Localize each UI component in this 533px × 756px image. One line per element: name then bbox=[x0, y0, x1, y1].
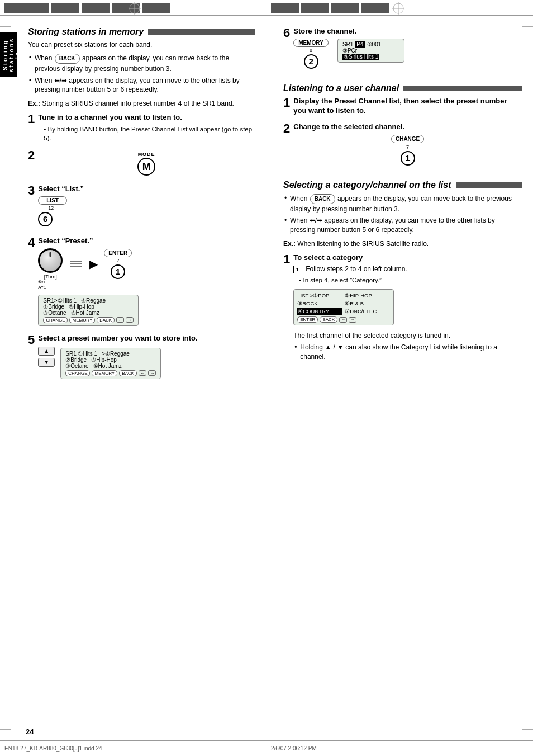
back-ctrl-btn[interactable]: BACK bbox=[97, 317, 115, 323]
change-button[interactable]: CHANGE bbox=[391, 135, 424, 143]
step4-content: Select “Preset.” [Turn] ⑥/1AY1 bbox=[38, 237, 255, 328]
step1-sub: By holding BAND button, the Preset Chann… bbox=[44, 125, 255, 143]
step1-num: 1 bbox=[28, 113, 35, 125]
step6-sirius-row: ⑤Sirius Hits 1 bbox=[342, 54, 399, 60]
arrow-lines bbox=[70, 261, 82, 267]
change-ctrl-btn[interactable]: CHANGE bbox=[43, 317, 68, 323]
list-button[interactable]: LIST bbox=[38, 196, 67, 205]
knob-sub-label: ⑥/1AY1 bbox=[38, 280, 46, 290]
step5-disp-col2-r2: ⑤Hip-Hop bbox=[91, 357, 117, 363]
right-arrow-ctrl[interactable]: → bbox=[126, 317, 134, 323]
footer-left-text: EN18-27_KD-AR880_G830[J]1.indd 24 bbox=[4, 745, 102, 752]
cat-enter-btn[interactable]: ENTER bbox=[297, 316, 318, 323]
bottom-left: EN18-27_KD-AR880_G830[J]1.indd 24 bbox=[0, 741, 266, 756]
step5-disp-col2-r3: ⑥Hot Jamz bbox=[93, 363, 122, 369]
top-block-r4 bbox=[361, 3, 389, 13]
holding-text-span: Holding ▲ / ▼ can also show the Category… bbox=[300, 343, 497, 361]
bottom-right-corner-mark bbox=[522, 729, 533, 740]
step5-display-row2: ②Bridge ⑤Hip-Hop bbox=[65, 357, 156, 363]
s5-right-arrow[interactable]: → bbox=[148, 370, 156, 376]
step6-pcr-row: ③PCr bbox=[342, 48, 399, 54]
example-label-left: Ex.: Storing a SIRIUS channel into prese… bbox=[28, 99, 255, 108]
listening-title: Listening to a user channel bbox=[283, 83, 522, 93]
step-1: 1 Tune in to a channel you want to liste… bbox=[28, 113, 255, 145]
mode-button-wrap: MODE M bbox=[38, 152, 255, 176]
step6-ui: MEMORY 8 2 SR1 P4 ⑤001 ③PCr bbox=[293, 39, 522, 70]
step6-title: Store the channel. bbox=[293, 27, 522, 36]
memory-button[interactable]: MEMORY bbox=[293, 39, 329, 47]
listening-section: Listening to a user channel 1 Display th… bbox=[283, 83, 522, 171]
step5-display-row1: SR1 ①Hits 1 >④Reggae bbox=[65, 351, 156, 357]
down-button[interactable]: ▼ bbox=[38, 358, 55, 367]
step4-display-controls: CHANGE MEMORY BACK ← → bbox=[43, 317, 134, 323]
step3-content: Select “List.” LIST 12 6 bbox=[38, 185, 255, 232]
top-border-left bbox=[0, 0, 266, 15]
cat-right-arrow[interactable]: → bbox=[349, 317, 356, 323]
change-num-label: 7 bbox=[406, 144, 409, 150]
crosshair-right bbox=[392, 2, 404, 15]
step6-sr1: SR1 bbox=[342, 41, 353, 48]
cat-col1-r3-highlight: ④COUNTRY bbox=[297, 308, 342, 315]
step4-disp-col1-r2: ②Bridge bbox=[43, 304, 64, 310]
listen-step1-content: Display the Preset Channel list, then se… bbox=[293, 97, 522, 118]
select-step1-title: To select a category bbox=[293, 253, 522, 263]
page: Storing stations in memory Storing stati… bbox=[0, 0, 533, 756]
listen-step-2: 2 Change to the selected channel. CHANGE… bbox=[283, 122, 522, 171]
main-content: Storing stations in memory Storing stati… bbox=[0, 16, 533, 418]
step4-display-row3: ③Octane ⑥Hot Jamz bbox=[43, 310, 134, 316]
cat-back-btn[interactable]: BACK bbox=[320, 316, 337, 323]
list-button-wrap: LIST 12 6 bbox=[38, 196, 255, 228]
change-btn-wrap: CHANGE 7 1 bbox=[293, 134, 522, 167]
mode-label: MODE bbox=[138, 152, 155, 157]
cat-disp-row3: ④COUNTRY ⑦DNC/ELEC bbox=[297, 308, 390, 315]
step5-disp-col2-r1: >④Reggae bbox=[102, 351, 130, 357]
step3-title: Select “List.” bbox=[38, 185, 255, 194]
step4-circle[interactable]: 1 bbox=[111, 264, 125, 279]
listen-step1-num: 1 bbox=[283, 97, 290, 109]
s5-left-arrow[interactable]: ← bbox=[139, 370, 146, 376]
top-block-3 bbox=[82, 3, 110, 13]
top-block-5 bbox=[142, 3, 170, 13]
memory-btn-wrap: MEMORY 8 2 bbox=[293, 39, 329, 70]
change-circle[interactable]: 1 bbox=[401, 151, 415, 166]
step6-circle[interactable]: 2 bbox=[304, 54, 318, 69]
step-3: 3 Select “List.” LIST 12 6 bbox=[28, 185, 255, 232]
cat-display-controls: ENTER BACK ← → bbox=[297, 316, 390, 323]
bottom-left-corner-mark bbox=[0, 729, 11, 740]
step6-wrap: 6 Store the channel. MEMORY 8 2 SR1 bbox=[283, 27, 522, 74]
step4-disp-col1-r3: ③Octane bbox=[43, 310, 66, 316]
category-display: LIST >②POP ⑤HIP-HOP ③ROCK ⑥R & B ④COUNTR… bbox=[293, 289, 394, 326]
right-column: 6 Store the channel. MEMORY 8 2 SR1 bbox=[266, 21, 533, 396]
step2-num: 2 bbox=[28, 149, 35, 162]
example-text-left: Storing a SIRIUS channel into preset num… bbox=[42, 100, 234, 107]
top-border-right bbox=[266, 0, 533, 15]
up-button[interactable]: ▲ bbox=[38, 347, 55, 356]
step3-circle[interactable]: 6 bbox=[38, 212, 53, 226]
list-num: 12 bbox=[48, 205, 54, 211]
footer-right-text: 2/6/07 2:06:12 PM bbox=[271, 745, 317, 752]
left-arrow-ctrl[interactable]: ← bbox=[116, 317, 124, 323]
step1-content: Tune in to a channel you want to listen … bbox=[38, 113, 255, 145]
knob-control[interactable] bbox=[38, 248, 63, 273]
top-border bbox=[0, 0, 533, 16]
select-step-1: 1 To select a category 1 Follow steps 2 … bbox=[283, 253, 522, 364]
memory-ctrl-btn[interactable]: MEMORY bbox=[69, 317, 95, 323]
cat-disp-row1: LIST >②POP ⑤HIP-HOP bbox=[297, 292, 390, 300]
left-bullet-1: When BACK appears on the display, you ca… bbox=[35, 53, 255, 74]
step4-disp-col2-r2: ⑤Hip-Hop bbox=[69, 304, 94, 310]
select-step1-content: To select a category 1 Follow steps 2 to… bbox=[293, 253, 522, 364]
s5-change-btn[interactable]: CHANGE bbox=[65, 370, 90, 376]
s5-back-btn[interactable]: BACK bbox=[119, 370, 137, 376]
enter-button[interactable]: ENTER bbox=[104, 249, 132, 257]
step3-num: 3 bbox=[28, 185, 35, 197]
follow-text: Follow steps 2 to 4 on left column. bbox=[306, 265, 407, 273]
enter-num: 7 bbox=[117, 258, 120, 263]
select-bullet-1: When BACK appears on the display, you ca… bbox=[290, 193, 522, 214]
listen-step-1: 1 Display the Preset Channel list, then … bbox=[283, 97, 522, 118]
step5-disp-col1-r1: SR1 ①Hits 1 bbox=[65, 351, 97, 357]
mode-circle[interactable]: M bbox=[137, 158, 155, 176]
s5-memory-btn[interactable]: MEMORY bbox=[92, 370, 117, 376]
cat-left-arrow[interactable]: ← bbox=[339, 317, 347, 323]
step5-title: Select a preset number you want to store… bbox=[38, 334, 255, 343]
left-intro: You can preset six stations for each ban… bbox=[28, 40, 255, 50]
